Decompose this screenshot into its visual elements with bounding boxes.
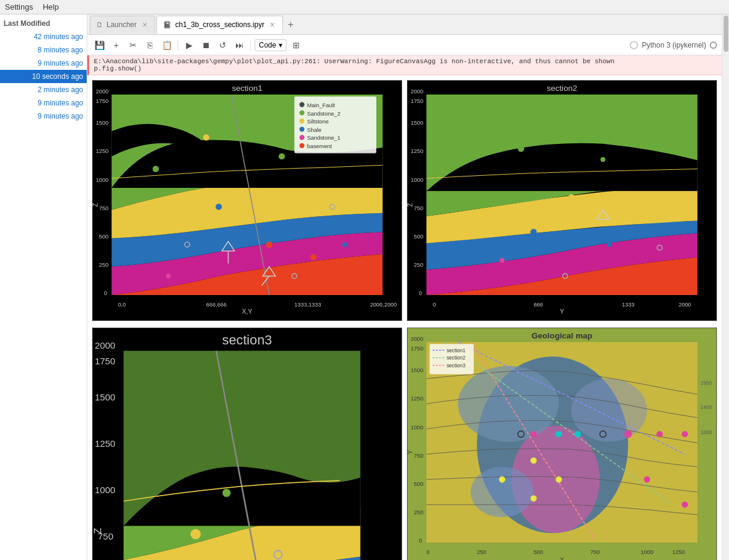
svg-text:666: 666 — [533, 301, 543, 308]
menubar: Settings Help — [0, 0, 729, 14]
svg-point-145 — [644, 476, 650, 482]
toolbar-save[interactable]: 💾 — [92, 38, 107, 52]
svg-point-69 — [500, 258, 504, 263]
sidebar-item-1[interactable]: 8 minutes ago — [0, 43, 87, 57]
svg-text:1000: 1000 — [411, 176, 423, 183]
main-content: 🗋 Launcher ✕ 📓 ch1_3b_cross_sections.ipy… — [87, 14, 722, 560]
svg-text:0,0: 0,0 — [118, 301, 126, 308]
svg-point-23 — [299, 119, 304, 123]
svg-point-134 — [556, 431, 562, 437]
plot-section1-svg: section1 0 250 500 750 1000 1250 1500 17… — [92, 80, 402, 321]
sidebar-item-4[interactable]: 2 minutes ago — [0, 83, 87, 96]
svg-text:Shale: Shale — [307, 126, 321, 133]
svg-text:500: 500 — [414, 481, 423, 487]
svg-text:250: 250 — [414, 509, 423, 515]
svg-point-92 — [190, 529, 200, 539]
svg-point-140 — [681, 431, 687, 437]
tab-launcher-close[interactable]: ✕ — [140, 20, 149, 29]
svg-text:section2: section2 — [447, 355, 465, 361]
plot-geomap: Geological map 0 250 500 750 1000 1250 1… — [407, 328, 717, 560]
tab-launcher[interactable]: 🗋 Launcher ✕ — [90, 16, 155, 34]
toolbar-sep1 — [178, 40, 178, 51]
svg-text:1250: 1250 — [411, 148, 423, 154]
svg-point-40 — [166, 273, 170, 278]
svg-text:1250: 1250 — [96, 148, 108, 154]
svg-text:Siltstone: Siltstone — [307, 118, 329, 125]
svg-text:1250: 1250 — [411, 395, 423, 402]
svg-text:1750: 1750 — [96, 98, 108, 104]
svg-text:2000: 2000 — [411, 88, 423, 95]
svg-text:1500: 1500 — [411, 119, 423, 126]
toolbar-cut[interactable]: ✂ — [126, 38, 140, 52]
svg-text:0: 0 — [419, 290, 422, 296]
notebook-content[interactable]: section1 0 250 500 750 1000 1250 1500 17… — [87, 75, 722, 560]
svg-text:1750: 1750 — [411, 98, 423, 104]
sidebar-header: Last Modified — [0, 14, 87, 30]
menu-help[interactable]: Help — [43, 2, 59, 11]
svg-text:1750: 1750 — [95, 356, 115, 366]
toolbar-grid[interactable]: ⊞ — [289, 38, 303, 52]
toolbar-copy[interactable]: ⎘ — [143, 38, 157, 52]
svg-point-144 — [499, 476, 505, 482]
plots-grid: section1 0 250 500 750 1000 1250 1500 17… — [92, 80, 717, 560]
svg-point-138 — [624, 430, 632, 438]
toolbar-paste[interactable]: 📋 — [160, 38, 174, 52]
toolbar-stop[interactable]: ⏹ — [199, 38, 213, 52]
tab-notebook[interactable]: 📓 ch1_3b_cross_sections.ipyr ✕ — [157, 16, 283, 34]
svg-point-32 — [203, 134, 209, 140]
svg-text:750: 750 — [414, 205, 423, 211]
svg-point-36 — [310, 254, 316, 260]
svg-text:Geological map: Geological map — [532, 331, 592, 340]
toolbar-restart[interactable]: ↺ — [216, 38, 230, 52]
toolbar-cell-type[interactable]: Code ▾ — [255, 39, 287, 51]
sidebar-item-0[interactable]: 42 minutes ago — [0, 30, 87, 43]
sidebar-item-5[interactable]: 9 minutes ago — [0, 96, 87, 110]
svg-text:2000: 2000 — [678, 301, 691, 308]
plot-geomap-svg: Geological map 0 250 500 750 1000 1250 1… — [407, 328, 717, 560]
svg-point-70 — [645, 273, 650, 278]
svg-text:section1: section1 — [447, 347, 465, 353]
tab-add-button[interactable]: + — [284, 19, 297, 30]
svg-point-142 — [556, 476, 562, 482]
svg-point-64 — [600, 157, 605, 162]
svg-point-133 — [530, 431, 536, 437]
svg-text:500: 500 — [99, 233, 108, 240]
svg-text:1250: 1250 — [95, 438, 115, 448]
svg-point-63 — [518, 146, 524, 152]
svg-text:250: 250 — [99, 261, 108, 268]
svg-text:1250: 1250 — [672, 549, 685, 555]
toolbar-sep2 — [250, 40, 251, 51]
svg-text:section3: section3 — [447, 362, 465, 369]
svg-point-122 — [471, 467, 534, 517]
svg-text:1400: 1400 — [701, 404, 712, 410]
svg-text:500: 500 — [533, 549, 543, 555]
sidebar-item-2[interactable]: 9 minutes ago — [0, 57, 87, 70]
svg-text:0: 0 — [426, 549, 429, 555]
svg-point-19 — [299, 102, 304, 107]
scrollbar[interactable] — [722, 14, 729, 560]
svg-text:2000: 2000 — [96, 88, 108, 95]
toolbar-fast-forward[interactable]: ⏭ — [232, 38, 247, 52]
svg-text:0: 0 — [419, 537, 422, 544]
plot-section3: section3 0 250 500 750 1000 1250 1500 17… — [92, 328, 402, 560]
tab-launcher-label: Launcher — [107, 20, 137, 29]
scrollbar-thumb[interactable] — [724, 16, 728, 52]
menu-settings[interactable]: Settings — [5, 2, 33, 11]
svg-point-25 — [299, 126, 304, 131]
svg-text:250: 250 — [477, 549, 486, 555]
sidebar-item-3[interactable]: 10 seconds ago — [0, 70, 87, 83]
svg-text:1000: 1000 — [411, 423, 423, 430]
svg-text:1000: 1000 — [96, 176, 108, 183]
svg-point-27 — [299, 135, 304, 140]
svg-point-143 — [530, 495, 536, 501]
svg-point-141 — [530, 457, 536, 463]
svg-text:750: 750 — [591, 549, 600, 555]
svg-text:250: 250 — [414, 261, 423, 268]
toolbar-add[interactable]: + — [109, 38, 123, 52]
sidebar-item-6[interactable]: 9 minutes ago — [0, 110, 87, 123]
svg-point-66 — [645, 204, 650, 209]
toolbar-run[interactable]: ▶ — [182, 38, 196, 52]
svg-text:500: 500 — [414, 233, 423, 240]
tab-notebook-close[interactable]: ✕ — [268, 20, 276, 29]
svg-text:1500: 1500 — [95, 392, 115, 402]
